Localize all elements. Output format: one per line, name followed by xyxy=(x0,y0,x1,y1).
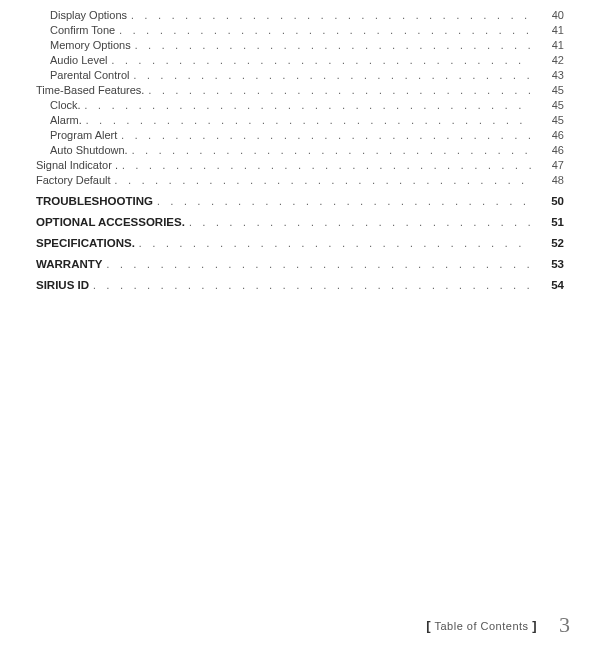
toc-row: TROUBLESHOOTING50 xyxy=(36,194,564,209)
toc-row: Factory Default48 xyxy=(36,173,564,188)
toc-title: Factory Default xyxy=(36,173,111,188)
toc-title: Clock. xyxy=(36,98,81,113)
toc-title: Parental Control xyxy=(36,68,130,83)
toc-title: Signal Indicator . xyxy=(36,158,118,173)
toc-page-number: 45 xyxy=(532,113,564,128)
bracket-open-icon: [ xyxy=(426,618,431,633)
toc-leader-dots xyxy=(153,194,532,209)
toc-page-number: 51 xyxy=(532,215,564,230)
toc-page-number: 41 xyxy=(532,38,564,53)
toc-page-number: 48 xyxy=(532,173,564,188)
toc-leader-dots xyxy=(102,257,532,272)
toc-page-number: 46 xyxy=(532,143,564,158)
toc-page-number: 41 xyxy=(532,23,564,38)
toc-leader-dots xyxy=(128,143,532,158)
toc-title: TROUBLESHOOTING xyxy=(36,194,153,209)
toc-leader-dots xyxy=(118,158,532,173)
toc-leader-dots xyxy=(144,83,532,98)
footer-label: Table of Contents xyxy=(434,620,528,632)
toc-title: OPTIONAL ACCESSORIES. xyxy=(36,215,185,230)
toc-leader-dots xyxy=(82,113,532,128)
toc-row: Program Alert46 xyxy=(36,128,564,143)
toc-page: Display Options40Confirm Tone41Memory Op… xyxy=(0,0,600,293)
page-footer: [ Table of Contents ] 3 xyxy=(426,612,570,638)
page-number: 3 xyxy=(559,612,570,638)
toc-row: Signal Indicator .47 xyxy=(36,158,564,173)
toc-page-number: 47 xyxy=(532,158,564,173)
toc-title: SPECIFICATIONS. xyxy=(36,236,135,251)
toc-title: Display Options xyxy=(36,8,127,23)
toc-leader-dots xyxy=(108,53,533,68)
toc-row: Display Options40 xyxy=(36,8,564,23)
toc-page-number: 43 xyxy=(532,68,564,83)
toc-page-number: 50 xyxy=(532,194,564,209)
toc-row: Confirm Tone41 xyxy=(36,23,564,38)
toc-title: Confirm Tone xyxy=(36,23,115,38)
toc-row: OPTIONAL ACCESSORIES.51 xyxy=(36,215,564,230)
toc-list: Display Options40Confirm Tone41Memory Op… xyxy=(36,8,564,293)
toc-row: Parental Control43 xyxy=(36,68,564,83)
toc-title: Alarm. xyxy=(36,113,82,128)
toc-leader-dots xyxy=(127,8,532,23)
toc-row: SIRIUS ID54 xyxy=(36,278,564,293)
toc-leader-dots xyxy=(135,236,532,251)
toc-page-number: 54 xyxy=(532,278,564,293)
toc-title: Auto Shutdown. xyxy=(36,143,128,158)
toc-page-number: 42 xyxy=(532,53,564,68)
toc-page-number: 45 xyxy=(532,98,564,113)
toc-leader-dots xyxy=(131,38,532,53)
toc-leader-dots xyxy=(115,23,532,38)
bracket-close-icon: ] xyxy=(532,618,537,633)
toc-row: Alarm.45 xyxy=(36,113,564,128)
toc-leader-dots xyxy=(111,173,532,188)
toc-row: Memory Options41 xyxy=(36,38,564,53)
toc-page-number: 40 xyxy=(532,8,564,23)
toc-title: Memory Options xyxy=(36,38,131,53)
toc-title: WARRANTY xyxy=(36,257,102,272)
toc-title: Time-Based Features. xyxy=(36,83,144,98)
toc-row: SPECIFICATIONS.52 xyxy=(36,236,564,251)
toc-page-number: 45 xyxy=(532,83,564,98)
toc-title: SIRIUS ID xyxy=(36,278,89,293)
toc-row: Clock.45 xyxy=(36,98,564,113)
toc-row: WARRANTY53 xyxy=(36,257,564,272)
footer-label-wrap: [ Table of Contents ] xyxy=(426,618,537,633)
toc-leader-dots xyxy=(130,68,533,83)
toc-page-number: 52 xyxy=(532,236,564,251)
toc-leader-dots xyxy=(89,278,532,293)
toc-row: Time-Based Features.45 xyxy=(36,83,564,98)
toc-row: Audio Level42 xyxy=(36,53,564,68)
toc-leader-dots xyxy=(117,128,532,143)
toc-page-number: 53 xyxy=(532,257,564,272)
toc-title: Program Alert xyxy=(36,128,117,143)
toc-page-number: 46 xyxy=(532,128,564,143)
toc-leader-dots xyxy=(81,98,532,113)
toc-title: Audio Level xyxy=(36,53,108,68)
toc-leader-dots xyxy=(185,215,532,230)
toc-row: Auto Shutdown.46 xyxy=(36,143,564,158)
